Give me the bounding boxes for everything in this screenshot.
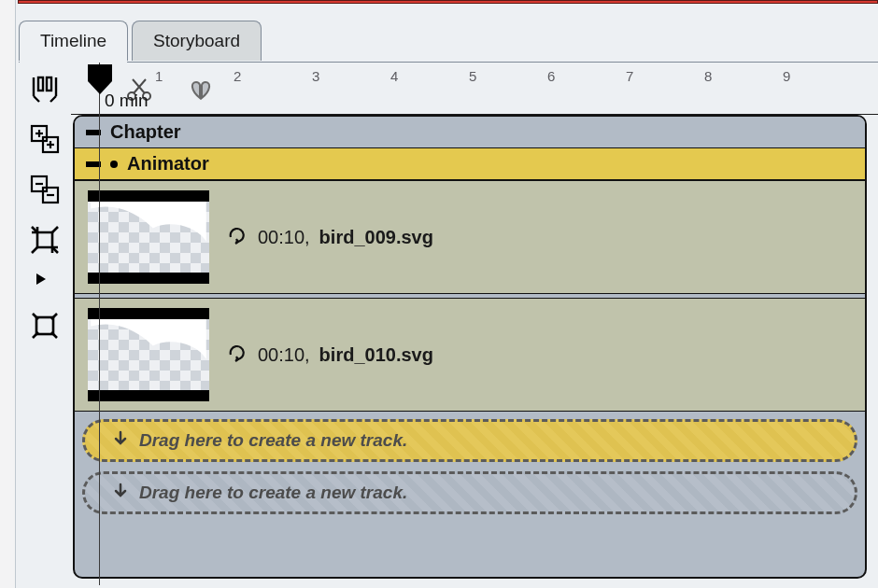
tracks-panel: Chapter Animator [73,115,867,579]
panel-frame: Timeline Storyboard [15,0,878,588]
keyframe-dot-icon [110,161,118,168]
add-combo-tool[interactable] [26,120,64,158]
clip-thumbnail[interactable] [88,190,209,284]
timeline-column: 0 min 1 2 3 4 5 6 7 8 9 Chapter [71,63,878,588]
dropzone-animator[interactable]: Drag here to create a new track. [82,419,857,462]
clip-row[interactable]: 00:10, bird_009.svg [75,180,865,294]
clip-meta: 00:10, bird_010.svg [226,342,433,369]
svg-rect-15 [36,317,53,334]
frame-bounds-tool[interactable] [26,307,64,344]
editor-tabs: Timeline Storyboard [19,21,262,61]
crop-tool[interactable] [26,221,64,259]
svg-marker-14 [36,273,46,285]
animator-label: Animator [127,153,209,175]
clip-duration: 00:10, [258,227,310,248]
play-tool[interactable] [34,272,56,294]
ruler-tick: 1 [155,68,163,84]
snap-tool[interactable] [26,70,64,107]
ruler-tick: 9 [783,68,790,84]
selection-highlight-bar [18,0,878,4]
ruler-tick: 6 [547,68,555,84]
clip-row[interactable]: 00:10, bird_010.svg [75,298,865,412]
workspace: 0 min 1 2 3 4 5 6 7 8 9 Chapter [19,62,878,588]
ruler-tick: 5 [469,68,476,84]
chapter-label: Chapter [110,121,181,143]
loop-icon [226,224,248,251]
down-arrow-icon [111,429,130,453]
left-toolbar [19,63,71,588]
time-ruler[interactable]: 0 min 1 2 3 4 5 6 7 8 9 [71,63,878,115]
remove-combo-tool[interactable] [26,171,64,208]
clip-thumbnail[interactable] [88,308,209,401]
clip-meta: 00:10, bird_009.svg [226,224,433,251]
ruler-tick: 3 [312,68,319,84]
animator-header[interactable]: Animator [75,148,865,180]
chapter-header[interactable]: Chapter [75,117,865,148]
dropzone-label: Drag here to create a new track. [139,483,407,503]
ruler-tick: 7 [626,68,633,84]
bird-silhouette-icon [88,202,209,273]
ruler-tick: 2 [234,68,241,84]
tab-timeline[interactable]: Timeline [19,21,128,61]
clip-filename: bird_010.svg [319,344,433,366]
playhead[interactable] [84,63,116,94]
loop-icon [226,342,248,369]
dropzone-chapter[interactable]: Drag here to create a new track. [82,471,857,514]
tab-storyboard[interactable]: Storyboard [132,21,262,61]
dropzone-label: Drag here to create a new track. [139,430,407,451]
clip-duration: 00:10, [258,344,310,366]
ruler-tick: 8 [704,68,712,84]
ruler-tick: 4 [390,68,398,84]
clip-filename: bird_009.svg [319,227,433,248]
bird-silhouette-icon [88,319,209,390]
down-arrow-icon [111,482,130,505]
split-heart-icon[interactable] [189,79,213,104]
svg-rect-2 [38,77,43,91]
svg-rect-3 [47,77,51,91]
playhead-line [99,63,100,585]
